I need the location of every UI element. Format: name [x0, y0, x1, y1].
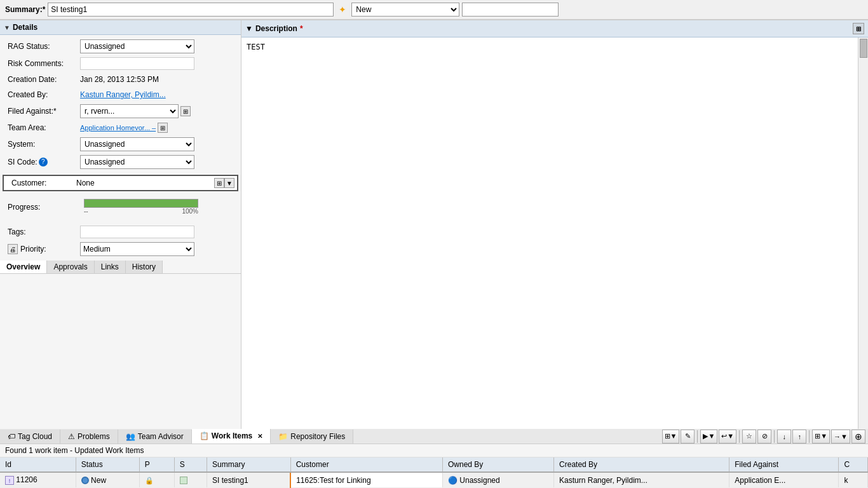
- system-label: System:: [0, 135, 76, 153]
- bottom-section: 🏷 Tag Cloud ⚠ Problems 👥 Team Advisor 📋 …: [0, 429, 868, 488]
- team-area-icon-btn[interactable]: ⊞: [158, 123, 168, 133]
- col-header-filed-against: Filed Against: [729, 458, 839, 472]
- filed-against-select[interactable]: r, rvern...: [80, 104, 179, 118]
- tag-cloud-icon: 🏷: [8, 432, 15, 441]
- right-panel: ▼ Description * ⊞ TEST: [241, 20, 868, 429]
- toolbar-btn-arrow[interactable]: →▼: [831, 430, 850, 444]
- tab-approvals[interactable]: Approvals: [47, 261, 94, 273]
- si-code-value: Unassigned: [76, 153, 241, 171]
- summary-input[interactable]: [48, 3, 334, 17]
- tag-cloud-label: Tag Cloud: [18, 432, 52, 441]
- progress-bar-inner: [85, 200, 198, 207]
- tab-toolbar: ⊞▼ ✎ ▶▼ ↩▼ ☆ ⊘ ↓ ↑ ⊞▼ →▼ ⊕: [660, 430, 868, 444]
- tab-repository-files[interactable]: 📁 Repository Files: [271, 430, 353, 444]
- priority-select[interactable]: Medium Low High: [80, 242, 194, 256]
- created-by-value: Kastun Ranger, Pyildim...: [76, 87, 241, 102]
- toolbar-btn-run[interactable]: ▶▼: [700, 430, 717, 444]
- system-select[interactable]: Unassigned: [80, 137, 194, 151]
- tags-grid: Tags: 🖨 Priority: Medium Low High: [0, 221, 241, 261]
- rag-status-label: RAG Status:: [0, 37, 76, 55]
- si-code-help-icon[interactable]: ?: [39, 158, 48, 166]
- customer-browse-icon[interactable]: ⊞: [214, 178, 224, 188]
- desc-content-area: TEST: [241, 37, 868, 429]
- top-right-input[interactable]: [462, 3, 559, 17]
- toolbar-btn-block[interactable]: ⊘: [757, 430, 771, 444]
- cell-summary-value: SI testing1: [212, 476, 248, 485]
- cell-owned-by-value: Unassigned: [459, 476, 499, 485]
- details-collapse-icon[interactable]: ▼: [4, 24, 10, 31]
- toolbar-sep-1: [697, 430, 698, 443]
- cell-status: New: [76, 472, 139, 487]
- si-code-select[interactable]: Unassigned: [80, 155, 194, 169]
- priority-label: 🖨 Priority:: [0, 240, 76, 258]
- overview-tabs: Overview Approvals Links History: [0, 261, 241, 274]
- toolbar-btn-grid[interactable]: ⊞▼: [812, 430, 830, 444]
- tab-problems[interactable]: ⚠ Problems: [60, 430, 118, 444]
- toolbar-btn-add[interactable]: ⊕: [851, 430, 865, 444]
- toolbar-btn-undo[interactable]: ↩▼: [719, 430, 736, 444]
- cell-c-value: k: [844, 476, 848, 485]
- toolbar-btn-down[interactable]: ↓: [777, 430, 791, 444]
- toolbar-btn-filter[interactable]: ⊞▼: [662, 430, 680, 444]
- progress-bar-outer: [84, 199, 198, 208]
- col-header-c: C: [839, 458, 868, 472]
- col-header-summary: Summary: [207, 458, 291, 472]
- rag-status-select[interactable]: Unassigned Red Amber Green: [80, 39, 194, 53]
- workitems-status-bar: Found 1 work item - Updated Work Items: [0, 444, 868, 458]
- tab-overview[interactable]: Overview: [0, 261, 47, 273]
- scroll-thumb[interactable]: [860, 39, 867, 58]
- work-items-close-icon[interactable]: ✕: [257, 433, 262, 440]
- customer-label: Customer:: [6, 179, 76, 187]
- progress-labels: -- 100%: [84, 208, 198, 215]
- toolbar-btn-up[interactable]: ↑: [792, 430, 806, 444]
- tags-value: [76, 224, 241, 240]
- repository-files-icon: 📁: [278, 432, 288, 441]
- summary-label: Summary:*: [5, 5, 45, 14]
- cell-p: 🔒: [139, 472, 174, 487]
- toolbar-btn-edit[interactable]: ✎: [681, 430, 695, 444]
- col-header-s: S: [174, 458, 207, 472]
- left-panel: ▼ Details RAG Status: Unassigned Red Amb…: [0, 20, 241, 429]
- cell-owned-by: 🔵 Unassigned: [442, 472, 553, 487]
- details-grid: RAG Status: Unassigned Red Amber Green R…: [0, 35, 241, 173]
- cell-summary: SI testing1: [207, 472, 291, 487]
- work-items-icon: 📋: [200, 431, 209, 440]
- team-advisor-label: Team Advisor: [138, 432, 184, 441]
- details-section-header: ▼ Details: [0, 20, 241, 35]
- tab-links[interactable]: Links: [95, 261, 126, 273]
- progress-right-label: 100%: [182, 208, 198, 215]
- toolbar-btn-star[interactable]: ☆: [742, 430, 756, 444]
- desc-export-icon[interactable]: ⊞: [853, 23, 864, 34]
- tags-input[interactable]: [80, 226, 194, 238]
- cell-customer-value: 11625:Test for Linking: [296, 476, 370, 485]
- desc-scrollbar[interactable]: [858, 37, 868, 429]
- workitems-status-text: Found 1 work item - Updated Work Items: [5, 446, 144, 455]
- toolbar-sep-4: [809, 430, 810, 443]
- team-advisor-icon: 👥: [126, 432, 135, 441]
- created-by-link[interactable]: Kastun Ranger, Pyildim...: [80, 90, 166, 99]
- work-items-label: Work Items: [212, 431, 252, 440]
- tab-work-items[interactable]: 📋 Work Items ✕: [192, 429, 271, 444]
- status-select[interactable]: New In Progress Resolved Closed: [351, 3, 459, 17]
- customer-dropdown-icon[interactable]: ▼: [224, 178, 234, 188]
- priority-icon[interactable]: 🖨: [8, 244, 18, 254]
- tab-team-advisor[interactable]: 👥 Team Advisor: [118, 430, 192, 444]
- tab-history[interactable]: History: [126, 261, 163, 273]
- filed-against-icon-btn[interactable]: ⊞: [180, 106, 191, 116]
- si-code-label: SI Code: ?: [0, 153, 76, 171]
- cell-status-value: New: [91, 476, 106, 485]
- cell-s: [174, 472, 207, 487]
- col-header-created-by: Created By: [554, 458, 729, 472]
- risk-comments-value: [76, 55, 241, 72]
- table-row[interactable]: ! 11206 New 🔒: [0, 472, 868, 487]
- team-area-link[interactable]: Application Homevor... –: [80, 124, 156, 132]
- toolbar-sep-2: [739, 430, 740, 443]
- tab-tag-cloud[interactable]: 🏷 Tag Cloud: [0, 430, 60, 444]
- filed-against-value: r, rvern... ⊞: [76, 102, 241, 120]
- desc-textarea[interactable]: TEST: [241, 37, 858, 429]
- repository-files-label: Repository Files: [290, 432, 345, 441]
- progress-left-label: --: [84, 208, 88, 215]
- workitems-table-container: Id Status P S Summary Customer Owned By …: [0, 458, 868, 488]
- desc-collapse-icon[interactable]: ▼: [245, 24, 253, 33]
- risk-comments-input[interactable]: [80, 57, 194, 70]
